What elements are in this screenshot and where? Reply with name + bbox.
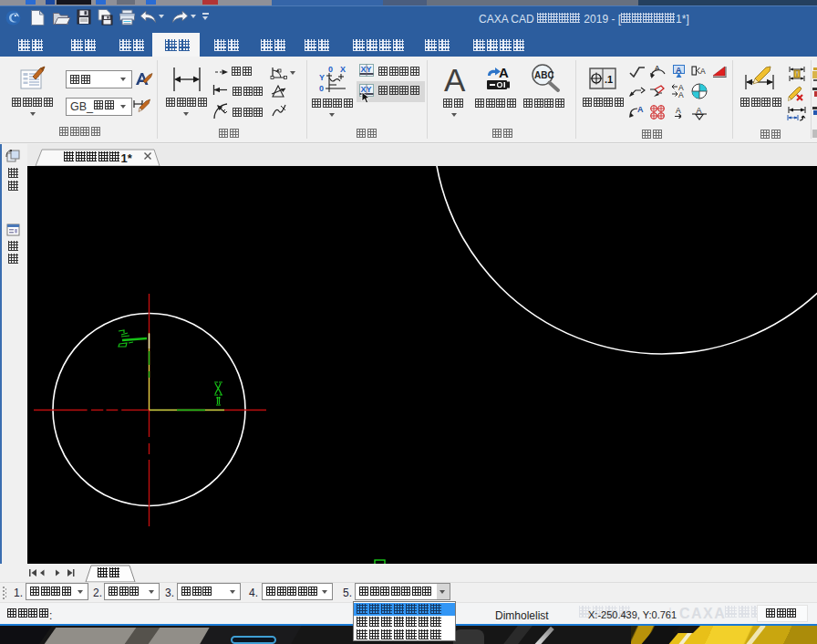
svg-text:A: A [676,106,681,115]
svg-text:A: A [700,67,706,76]
svg-text:A: A [678,90,684,99]
svg-text:.1: .1 [605,74,613,85]
svg-text:Y: Y [319,73,325,82]
svg-text:XY: XY [361,65,372,74]
svg-text:X: X [340,65,346,74]
svg-text:0: 0 [328,65,333,74]
svg-text:0: 0 [319,84,324,93]
svg-text:A: A [637,105,644,114]
svg-text:ABC: ABC [534,70,554,80]
svg-text:A: A [499,65,509,80]
